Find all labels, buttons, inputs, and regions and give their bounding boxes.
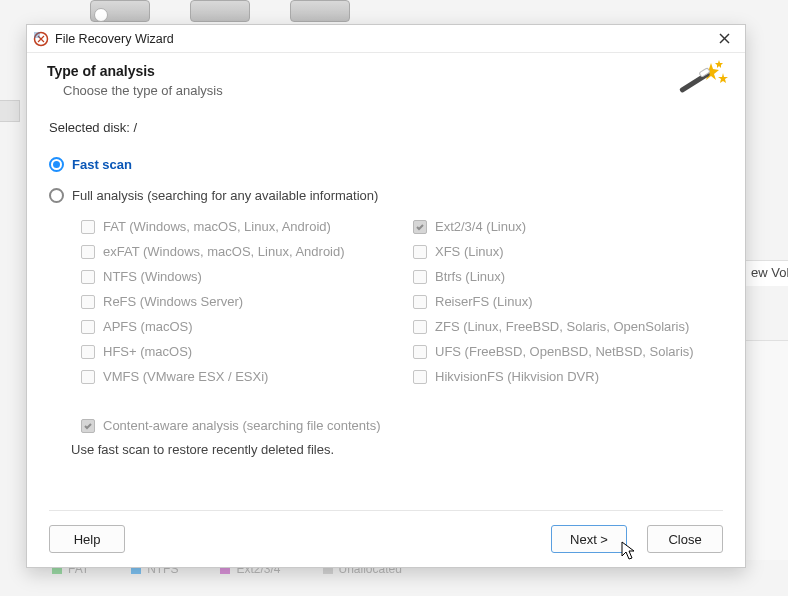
checkbox-icon bbox=[413, 370, 427, 384]
fs-checkbox-right-1[interactable]: XFS (Linux) bbox=[413, 244, 725, 259]
content-aware-label: Content-aware analysis (searching file c… bbox=[103, 418, 380, 433]
fs-checkbox-right-2[interactable]: Btrfs (Linux) bbox=[413, 269, 725, 284]
fs-checkbox-right-5[interactable]: UFS (FreeBSD, OpenBSD, NetBSD, Solaris) bbox=[413, 344, 725, 359]
fs-checkbox-left-2[interactable]: NTFS (Windows) bbox=[81, 269, 393, 284]
fs-checkbox-label: VMFS (VMware ESX / ESXi) bbox=[103, 369, 268, 384]
app-icon bbox=[33, 31, 49, 47]
fast-scan-hint: Use fast scan to restore recently delete… bbox=[71, 442, 334, 457]
checkbox-icon bbox=[81, 419, 95, 433]
fs-checkbox-label: XFS (Linux) bbox=[435, 244, 504, 259]
full-analysis-radio[interactable]: Full analysis (searching for any availab… bbox=[49, 188, 725, 203]
wizard-body: Selected disk: / Fast scan Full analysis… bbox=[27, 112, 745, 567]
filesystem-options: FAT (Windows, macOS, Linux, Android)exFA… bbox=[49, 219, 725, 384]
fs-checkbox-left-1[interactable]: exFAT (Windows, macOS, Linux, Android) bbox=[81, 244, 393, 259]
file-recovery-wizard-dialog: File Recovery Wizard Type of analysis Ch… bbox=[26, 24, 746, 568]
checkbox-icon bbox=[413, 320, 427, 334]
wizard-subheading: Choose the type of analysis bbox=[63, 83, 725, 98]
fs-checkbox-left-4[interactable]: APFS (macOS) bbox=[81, 319, 393, 334]
help-button[interactable]: Help bbox=[49, 525, 125, 553]
fs-checkbox-label: FAT (Windows, macOS, Linux, Android) bbox=[103, 219, 331, 234]
fs-checkbox-right-6[interactable]: HikvisionFS (Hikvision DVR) bbox=[413, 369, 725, 384]
checkbox-icon bbox=[413, 220, 427, 234]
svg-rect-1 bbox=[34, 32, 40, 38]
fs-checkbox-left-6[interactable]: VMFS (VMware ESX / ESXi) bbox=[81, 369, 393, 384]
fast-scan-label: Fast scan bbox=[72, 157, 132, 172]
checkbox-icon bbox=[413, 245, 427, 259]
svg-marker-6 bbox=[715, 60, 723, 68]
content-aware-checkbox[interactable]: Content-aware analysis (searching file c… bbox=[49, 418, 725, 433]
wizard-wand-icon bbox=[673, 59, 729, 105]
fs-checkbox-label: NTFS (Windows) bbox=[103, 269, 202, 284]
fs-checkbox-label: UFS (FreeBSD, OpenBSD, NetBSD, Solaris) bbox=[435, 344, 694, 359]
fs-checkbox-right-4[interactable]: ZFS (Linux, FreeBSD, Solaris, OpenSolari… bbox=[413, 319, 725, 334]
background-right-volume-label: ew Vol bbox=[744, 260, 788, 286]
fs-checkbox-label: Ext2/3/4 (Linux) bbox=[435, 219, 526, 234]
fs-checkbox-label: exFAT (Windows, macOS, Linux, Android) bbox=[103, 244, 345, 259]
fast-scan-radio[interactable]: Fast scan bbox=[49, 157, 725, 172]
wizard-footer: Help Next > Close bbox=[49, 510, 723, 553]
fs-checkbox-label: ReFS (Windows Server) bbox=[103, 294, 243, 309]
close-icon[interactable] bbox=[711, 28, 737, 50]
checkbox-icon bbox=[81, 345, 95, 359]
background-sidebar-tab bbox=[0, 100, 20, 122]
dialog-titlebar: File Recovery Wizard bbox=[27, 25, 745, 53]
checkbox-icon bbox=[413, 295, 427, 309]
background-radio bbox=[94, 8, 108, 22]
close-button[interactable]: Close bbox=[647, 525, 723, 553]
checkbox-icon bbox=[413, 345, 427, 359]
checkbox-icon bbox=[81, 320, 95, 334]
wizard-heading: Type of analysis bbox=[47, 63, 725, 79]
checkbox-icon bbox=[81, 295, 95, 309]
checkbox-icon bbox=[81, 245, 95, 259]
checkbox-icon bbox=[81, 270, 95, 284]
radio-icon bbox=[49, 188, 64, 203]
svg-marker-5 bbox=[718, 73, 728, 83]
fs-checkbox-left-3[interactable]: ReFS (Windows Server) bbox=[81, 294, 393, 309]
full-analysis-label: Full analysis (searching for any availab… bbox=[72, 188, 378, 203]
checkbox-icon bbox=[81, 370, 95, 384]
fs-checkbox-label: Btrfs (Linux) bbox=[435, 269, 505, 284]
fs-checkbox-label: ReiserFS (Linux) bbox=[435, 294, 533, 309]
checkbox-icon bbox=[413, 270, 427, 284]
checkbox-icon bbox=[81, 220, 95, 234]
background-right-panel bbox=[744, 340, 788, 560]
fs-checkbox-left-5[interactable]: HFS+ (macOS) bbox=[81, 344, 393, 359]
selected-disk-label: Selected disk: / bbox=[49, 120, 725, 135]
fs-checkbox-label: APFS (macOS) bbox=[103, 319, 193, 334]
radio-icon bbox=[49, 157, 64, 172]
next-button[interactable]: Next > bbox=[551, 525, 627, 553]
fs-checkbox-right-3[interactable]: ReiserFS (Linux) bbox=[413, 294, 725, 309]
fs-checkbox-label: HFS+ (macOS) bbox=[103, 344, 192, 359]
dialog-title: File Recovery Wizard bbox=[55, 32, 711, 46]
fs-checkbox-right-0[interactable]: Ext2/3/4 (Linux) bbox=[413, 219, 725, 234]
fs-checkbox-label: HikvisionFS (Hikvision DVR) bbox=[435, 369, 599, 384]
fs-checkbox-label: ZFS (Linux, FreeBSD, Solaris, OpenSolari… bbox=[435, 319, 689, 334]
fs-checkbox-left-0[interactable]: FAT (Windows, macOS, Linux, Android) bbox=[81, 219, 393, 234]
wizard-header: Type of analysis Choose the type of anal… bbox=[27, 53, 745, 112]
